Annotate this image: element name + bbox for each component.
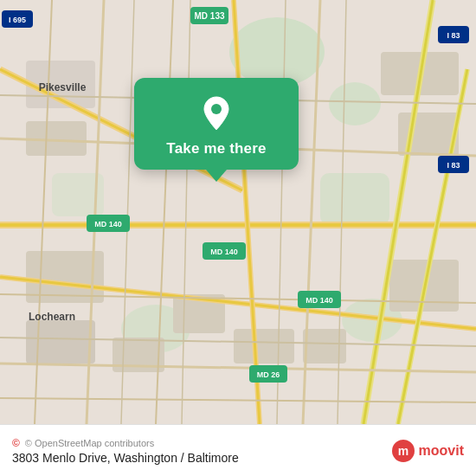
svg-text:Lochearn: Lochearn bbox=[29, 311, 75, 323]
svg-point-62 bbox=[211, 104, 222, 114]
moovit-brand-text: moovit bbox=[419, 443, 464, 459]
location-popup[interactable]: Take me there bbox=[134, 78, 299, 170]
svg-point-1 bbox=[229, 17, 325, 87]
location-pin-icon bbox=[197, 93, 235, 132]
svg-text:Pikesville: Pikesville bbox=[39, 81, 87, 93]
svg-text:MD 140: MD 140 bbox=[306, 296, 333, 305]
moovit-brand-icon: m bbox=[391, 439, 415, 463]
osm-attribution-text: © OpenStreetMap contributors bbox=[25, 438, 383, 448]
moovit-logo: m moovit bbox=[391, 439, 464, 463]
svg-point-2 bbox=[329, 82, 381, 125]
svg-rect-3 bbox=[320, 173, 389, 225]
svg-text:MD 140: MD 140 bbox=[210, 248, 238, 256]
svg-text:m: m bbox=[397, 444, 408, 458]
svg-text:I 695: I 695 bbox=[9, 16, 26, 24]
svg-text:I 83: I 83 bbox=[447, 161, 460, 170]
map-background: MD 133 I 695 I 83 I 83 MD 140 MD 140 MD … bbox=[0, 0, 476, 424]
svg-rect-16 bbox=[234, 329, 294, 363]
map-view: MD 133 I 695 I 83 I 83 MD 140 MD 140 MD … bbox=[0, 0, 476, 424]
svg-text:MD 133: MD 133 bbox=[194, 11, 224, 21]
location-address: 3803 Menlo Drive, Washington / Baltimore bbox=[12, 451, 239, 465]
osm-copyright-icon: © bbox=[12, 437, 20, 449]
bottom-info-bar: © © OpenStreetMap contributors 3803 Menl… bbox=[0, 424, 476, 476]
svg-text:MD 26: MD 26 bbox=[257, 370, 280, 379]
svg-text:I 83: I 83 bbox=[447, 31, 460, 40]
take-me-there-button[interactable]: Take me there bbox=[166, 140, 266, 158]
svg-rect-10 bbox=[26, 320, 95, 363]
svg-text:MD 140: MD 140 bbox=[94, 220, 122, 228]
